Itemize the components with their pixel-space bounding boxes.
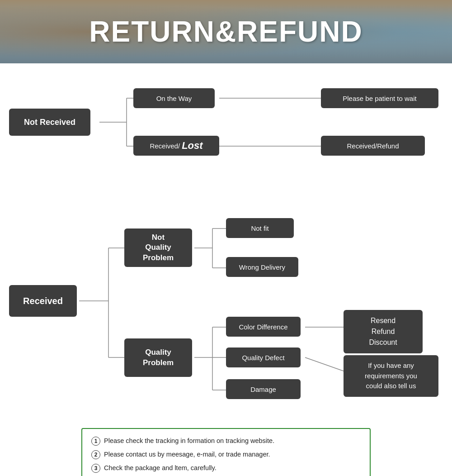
if-you-have-node: If you have any requirements you could a…	[344, 355, 438, 397]
received-refund-node: Received/Refund	[321, 136, 425, 156]
received-node: Received	[9, 285, 77, 317]
flowchart: Not Received On the Way Received/Lost Pl…	[5, 72, 447, 421]
notes-box: 1 Please check the tracking in formation…	[81, 428, 371, 476]
section-not-received: Not Received On the Way Received/Lost Pl…	[5, 72, 447, 172]
note-text-2: Please contact us by meesage, e-mail, or…	[104, 450, 361, 460]
svg-line-25	[305, 357, 344, 371]
note-text-1: Please check the tracking in formation o…	[104, 436, 361, 446]
wrong-delivery-node: Wrong Delivery	[226, 257, 298, 277]
quality-defect-node: Quality Defect	[226, 347, 301, 367]
color-difference-node: Color Difference	[226, 317, 301, 337]
resend-refund-discount-node: Resend Refund Discount	[344, 310, 423, 353]
page-title: RETURN&REFUND	[89, 15, 363, 48]
note-num-3: 3	[91, 464, 100, 473]
on-the-way-node: On the Way	[133, 88, 215, 108]
note-item-3: 3 Check the package and ltem, carefully.	[91, 463, 361, 473]
damage-node: Damage	[226, 379, 301, 399]
note-text-3: Check the package and ltem, carefully.	[104, 463, 361, 473]
please-wait-node: Please be patient to wait	[321, 88, 438, 108]
note-num-1: 1	[91, 437, 100, 446]
received-lost-node: Received/Lost	[133, 136, 219, 156]
note-item-2: 2 Please contact us by meesage, e-mail, …	[91, 450, 361, 460]
note-num-2: 2	[91, 450, 100, 459]
not-fit-node: Not fit	[226, 218, 294, 238]
note-item-1: 1 Please check the tracking in formation…	[91, 436, 361, 446]
quality-problem-node: Quality Problem	[124, 338, 192, 377]
section-received: Received Not Quality Problem Quality Pro…	[5, 181, 447, 421]
not-quality-problem-node: Not Quality Problem	[124, 228, 192, 267]
main-content: Not Received On the Way Received/Lost Pl…	[0, 63, 452, 476]
header: RETURN&REFUND	[0, 0, 452, 63]
not-received-node: Not Received	[9, 109, 90, 136]
